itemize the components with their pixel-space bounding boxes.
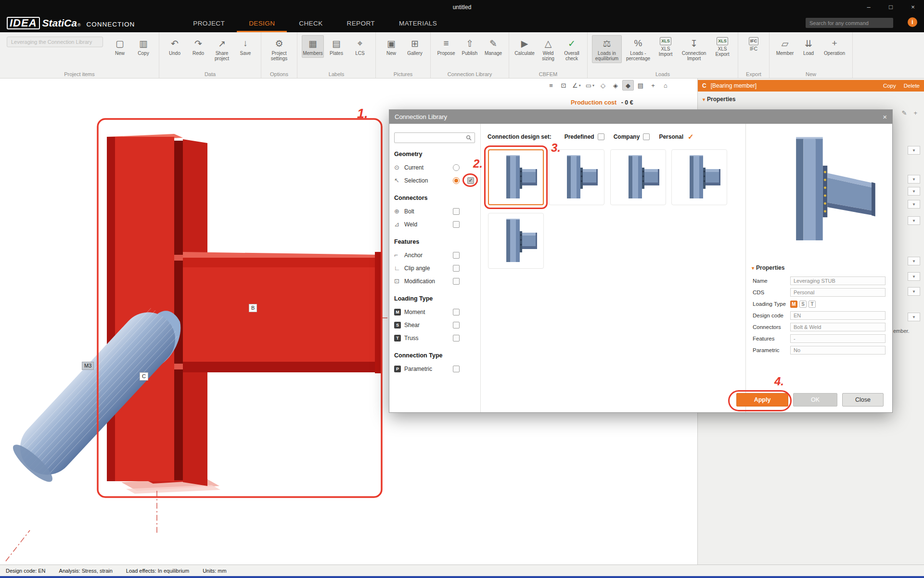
design-set-company-label[interactable]: Company bbox=[614, 133, 640, 140]
property-dropdown[interactable]: ▼ bbox=[908, 272, 920, 281]
truss-checkbox[interactable] bbox=[453, 335, 460, 342]
weld-sizing-button[interactable]: △ Weld sizing bbox=[537, 35, 559, 63]
close-dialog-button[interactable]: Close bbox=[842, 393, 884, 407]
shear-checkbox[interactable] bbox=[453, 322, 460, 328]
bolt-checkbox[interactable] bbox=[453, 208, 460, 215]
xls-import-button[interactable]: XLS XLS Import bbox=[654, 35, 677, 59]
tab-report[interactable]: REPORT bbox=[335, 14, 387, 32]
plates-labels-toggle[interactable]: ▤ Plates bbox=[325, 35, 347, 58]
modification-checkbox[interactable] bbox=[453, 278, 460, 285]
project-settings-button[interactable]: ⚙ Project settings bbox=[266, 35, 293, 63]
moment-checkbox[interactable] bbox=[453, 309, 460, 315]
measure-icon[interactable]: ∠▾ bbox=[570, 80, 583, 91]
property-dropdown[interactable]: ▼ bbox=[908, 200, 920, 209]
view-wireframe-icon[interactable]: ◇ bbox=[597, 80, 609, 91]
close-button[interactable]: × bbox=[902, 0, 924, 14]
filter-current[interactable]: ⊙ Current bbox=[394, 161, 475, 174]
library-search-input[interactable] bbox=[398, 135, 466, 141]
design-set-personal-label[interactable]: Personal bbox=[659, 133, 683, 140]
current-radio[interactable] bbox=[453, 164, 460, 171]
info-icon[interactable]: i bbox=[908, 17, 917, 27]
overall-check-button[interactable]: ✓ Overall check bbox=[561, 35, 583, 63]
filter-moment[interactable]: M Moment bbox=[394, 305, 475, 318]
save-button[interactable]: ↓ Save bbox=[234, 35, 257, 58]
calculate-button[interactable]: ▶ Calculate bbox=[513, 35, 536, 58]
view-transparent-icon[interactable]: ▤ bbox=[635, 80, 646, 91]
home-view-icon[interactable]: ⌂ bbox=[660, 80, 671, 91]
property-dropdown[interactable]: ▼ bbox=[908, 287, 920, 296]
tab-check[interactable]: CHECK bbox=[287, 14, 334, 32]
filter-modification[interactable]: ⊡ Modification bbox=[394, 275, 475, 288]
delete-member-button[interactable]: Delete bbox=[904, 83, 920, 89]
section-view-icon[interactable]: ≡ bbox=[545, 80, 557, 91]
anchor-checkbox[interactable] bbox=[453, 252, 460, 259]
tab-project[interactable]: PROJECT bbox=[181, 14, 237, 32]
view-solid-icon[interactable]: ◆ bbox=[622, 80, 634, 91]
library-search-box[interactable] bbox=[394, 132, 475, 143]
copy-button[interactable]: ▥ Copy bbox=[132, 35, 154, 58]
parametric-checkbox[interactable] bbox=[453, 366, 460, 372]
lcs-labels-toggle[interactable]: ⌖ LCS bbox=[349, 35, 371, 58]
view-hidden-icon[interactable]: ◈ bbox=[610, 80, 621, 91]
share-project-button[interactable]: ↗ Share project bbox=[211, 35, 233, 63]
dialog-close-icon[interactable]: × bbox=[883, 113, 887, 121]
redo-button[interactable]: ↷ Redo bbox=[187, 35, 209, 58]
new-member-button[interactable]: ▱ Member bbox=[774, 35, 796, 58]
tab-design[interactable]: DESIGN bbox=[237, 14, 287, 32]
selection-checkbox[interactable]: ✓ bbox=[467, 177, 474, 184]
property-dropdown[interactable]: ▼ bbox=[908, 146, 920, 155]
loads-in-equilibrium-toggle[interactable]: ⚖ Loads in equilibrium bbox=[592, 35, 622, 63]
member-label-m3[interactable]: M3 bbox=[82, 362, 94, 370]
member-label-c[interactable]: C bbox=[140, 372, 148, 381]
ifc-export-button[interactable]: IFC IFC bbox=[743, 35, 765, 53]
connection-thumbnail-2[interactable] bbox=[549, 149, 604, 205]
filter-anchor[interactable]: ⌐ Anchor bbox=[394, 249, 475, 262]
minimize-button[interactable]: – bbox=[858, 0, 880, 14]
personal-check-icon[interactable]: ✓ bbox=[688, 132, 694, 141]
zoom-extents-icon[interactable]: ⊡ bbox=[558, 80, 569, 91]
apply-button[interactable]: Apply bbox=[736, 393, 788, 407]
filter-bolt[interactable]: ⊕ Bolt bbox=[394, 205, 475, 218]
filter-clip-angle[interactable]: ∟ Clip angle bbox=[394, 262, 475, 275]
filter-shear[interactable]: S Shear bbox=[394, 318, 475, 331]
edit-icon[interactable]: ✎ bbox=[902, 109, 907, 117]
loads-percentage-button[interactable]: % Loads - percentage bbox=[623, 35, 653, 63]
publish-button[interactable]: ⇧ Publish bbox=[459, 35, 481, 58]
property-dropdown[interactable]: ▼ bbox=[908, 257, 920, 265]
view-axes-icon[interactable]: + bbox=[647, 80, 659, 91]
property-dropdown[interactable]: ▼ bbox=[908, 175, 920, 184]
connection-import-button[interactable]: ↧ Connection Import bbox=[678, 35, 710, 63]
members-labels-toggle[interactable]: ▦ Members bbox=[302, 35, 324, 58]
tab-materials[interactable]: MATERIALS bbox=[387, 14, 449, 32]
copy-member-button[interactable]: Copy bbox=[883, 83, 896, 89]
undo-button[interactable]: ↶ Undo bbox=[164, 35, 186, 58]
maximize-button[interactable]: □ bbox=[880, 0, 902, 14]
command-search-input[interactable]: Search for any command bbox=[806, 18, 893, 28]
company-checkbox[interactable] bbox=[643, 133, 650, 140]
connection-thumbnail-3[interactable] bbox=[610, 149, 666, 205]
new-picture-button[interactable]: ▣ New bbox=[380, 35, 402, 58]
member-label-b[interactable]: B bbox=[249, 304, 257, 312]
design-set-predefined-label[interactable]: Predefined bbox=[565, 133, 594, 140]
gallery-button[interactable]: ⊞ Gallery bbox=[404, 35, 426, 58]
manage-button[interactable]: ✎ Manage bbox=[482, 35, 504, 58]
connection-thumbnail-4[interactable] bbox=[671, 149, 727, 205]
propose-button[interactable]: ≡ Propose bbox=[435, 35, 457, 58]
weld-checkbox[interactable] bbox=[453, 221, 460, 228]
chevron-down-icon[interactable]: ▾ bbox=[752, 265, 754, 271]
clip-angle-checkbox[interactable] bbox=[453, 265, 460, 272]
selection-radio[interactable] bbox=[453, 177, 460, 184]
new-load-button[interactable]: ⇊ Load bbox=[797, 35, 820, 58]
dialog-title-bar[interactable]: Connection Library × bbox=[389, 110, 892, 124]
xls-export-button[interactable]: XLS XLS Export bbox=[711, 35, 733, 59]
property-dropdown[interactable]: ▼ bbox=[908, 187, 920, 196]
property-dropdown[interactable]: ▼ bbox=[908, 216, 920, 225]
chevron-down-icon[interactable]: ▾ bbox=[703, 97, 705, 102]
filter-weld[interactable]: ⊿ Weld bbox=[394, 218, 475, 231]
selection-mode-icon[interactable]: ▭▾ bbox=[584, 80, 596, 91]
ok-button[interactable]: OK bbox=[793, 393, 837, 407]
predefined-checkbox[interactable] bbox=[598, 133, 604, 140]
property-dropdown[interactable]: ▼ bbox=[908, 313, 920, 321]
filter-parametric[interactable]: P Parametric bbox=[394, 362, 475, 375]
new-project-item-button[interactable]: ▢ New bbox=[109, 35, 131, 58]
